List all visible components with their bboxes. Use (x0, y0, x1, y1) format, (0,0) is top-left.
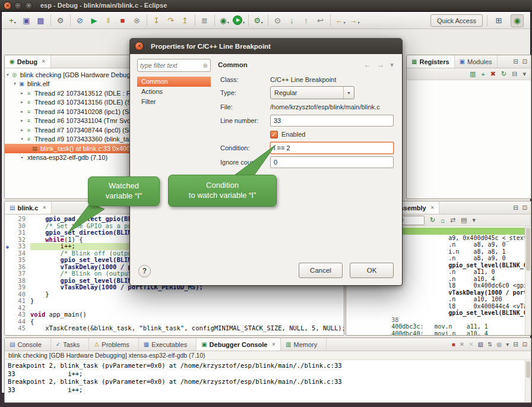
code-line[interactable]: 43 void app_main() (5, 311, 344, 318)
disconnect-icon[interactable]: ⊗ (131, 14, 144, 27)
resume-icon[interactable]: ▶ (88, 14, 101, 27)
editor-ruler[interactable] (5, 270, 12, 277)
debug-tree-item[interactable]: ▾ ◎ blink checking [GDB Hardware Debug (5, 70, 131, 80)
debug-perspective-icon[interactable]: ◉ (511, 14, 524, 27)
window-minimize-icon[interactable]: − (14, 2, 22, 10)
code-line[interactable]: 40 } (5, 291, 344, 298)
tree-twisty-icon[interactable]: ▸ (19, 109, 25, 114)
terminate-icon[interactable]: ■ (116, 14, 129, 27)
editor-ruler[interactable] (5, 305, 12, 312)
disasm-view-menu-icon[interactable]: ▾ (473, 216, 476, 224)
debug-tree-item[interactable]: ▪ xtensa-esp32-elf-gdb (7.10) (5, 153, 131, 163)
restore-register-groups-icon[interactable]: ↻ (501, 70, 506, 78)
tree-twisty-icon[interactable]: ▸ (19, 100, 25, 105)
help-button[interactable]: ? (138, 265, 151, 277)
collapse-all-icon[interactable]: ⊟ (512, 70, 517, 78)
remove-all-launches-icon[interactable]: ✕ (468, 341, 473, 348)
tab-problems[interactable]: ⚠ Problems (89, 338, 138, 351)
tab-disassembly-close-icon[interactable]: ✕ (430, 205, 435, 210)
editor-ruler[interactable] (5, 277, 12, 285)
tab-executables[interactable]: ▦ Executables (139, 338, 197, 351)
search-icon[interactable]: ⊙ (271, 14, 284, 27)
debug-tree-item[interactable]: ▸ ≡ Thread #7 1073408744 (ipc0) (Susp (5, 125, 131, 135)
dialog-nav-actions[interactable]: Actions (137, 87, 211, 97)
terminate-icon[interactable]: ■ (452, 341, 455, 348)
skip-breakpoints-icon[interactable]: ⊘ (74, 14, 87, 27)
save-icon[interactable]: ▣ (20, 14, 33, 27)
window-maximize-icon[interactable]: + (25, 2, 33, 10)
tab-console[interactable]: ▤ Console (5, 338, 51, 351)
ignore-count-input[interactable] (270, 156, 394, 168)
code-line[interactable]: 41 } (5, 298, 344, 305)
back-icon[interactable]: ←▾ (334, 14, 347, 27)
display-selected-console-icon[interactable]: ▾ (506, 341, 509, 348)
step-return-icon[interactable]: ↥ (179, 14, 192, 27)
minimize-view-icon[interactable]: ⊟ (513, 204, 518, 211)
view-menu-icon[interactable]: ▾ (390, 61, 394, 69)
scrollbar-thumb[interactable] (526, 228, 530, 271)
next-annotation-icon[interactable]: ↓ (286, 14, 299, 27)
debug-tree-item[interactable]: ▤ blink_task() at blink.c:33 0x400db (5, 144, 131, 153)
editor-ruler[interactable] (5, 223, 12, 230)
last-edit-icon[interactable]: ↩ (314, 14, 327, 27)
tab-memory[interactable]: ▥ Memory (281, 338, 327, 351)
editor-ruler[interactable] (5, 257, 12, 264)
editor-ruler[interactable] (5, 311, 12, 318)
build-icon[interactable]: ⚙ (54, 14, 67, 27)
dialog-titlebar[interactable]: ✕ Properties for C/C++ Line Breakpoint (129, 38, 403, 54)
debug-tree-item[interactable]: ▸ ≡ Thread #2 1073413512 (IDLE : Runn (5, 89, 131, 98)
editor-ruler[interactable] (5, 318, 12, 326)
editor-ruler[interactable] (5, 243, 12, 250)
console-tab-close-icon[interactable]: ✕ (271, 342, 276, 347)
open-perspective-icon[interactable]: ⊞ (492, 14, 505, 27)
debug-tree-item[interactable]: ▸ ≡ Thread #4 1073410208 (ipc1) (Susp (5, 107, 131, 116)
editor-ruler[interactable] (5, 325, 12, 332)
dialog-nav-filter[interactable]: Filter (137, 97, 211, 107)
pin-console-icon[interactable]: ◎ (496, 341, 502, 348)
quick-access-button[interactable]: Quick Access (430, 14, 483, 27)
tree-twisty-icon[interactable]: ▾ (5, 72, 11, 77)
tab-blink-c[interactable]: ▤ blink.c ✕ (5, 201, 52, 214)
console-output[interactable]: Breakpoint 2, blink_task (pvParameter=0x… (5, 360, 525, 402)
debug-tree-item[interactable]: ▾ ▣ blink.elf (5, 80, 131, 89)
scroll-lock-icon[interactable]: ⇅ (487, 341, 492, 348)
forward-icon[interactable]: → (377, 61, 384, 69)
forward-icon[interactable]: →▾ (348, 14, 361, 27)
minimize-view-icon[interactable]: ⊟ (513, 58, 518, 65)
line-number-input[interactable] (270, 115, 394, 127)
editor-ruler[interactable] (5, 216, 12, 223)
dialog-close-icon[interactable]: ✕ (135, 42, 144, 51)
window-close-icon[interactable]: ✕ (4, 2, 11, 10)
instruction-stepping-icon[interactable]: ≣ (198, 14, 211, 27)
back-icon[interactable]: ← (364, 61, 371, 69)
editor-ruler[interactable] (5, 298, 12, 305)
editor-ruler[interactable] (5, 264, 12, 271)
add-register-group-icon[interactable]: + (481, 71, 484, 78)
maximize-icon[interactable]: ⊡ (522, 341, 527, 348)
debug-tree-item[interactable]: ▸ ≡ Thread #3 1073413156 (IDLE) (Susp (5, 98, 131, 108)
maximize-view-icon[interactable]: ⊡ (522, 204, 527, 211)
code-line[interactable]: 45 xTaskCreate(&blink_task, "blink_task"… (5, 325, 344, 332)
tree-twisty-icon[interactable]: ▸ (19, 118, 25, 123)
debug-icon[interactable]: ◉▾ (218, 14, 231, 27)
disassembly-scrollbar[interactable] (525, 226, 531, 335)
chevron-down-icon[interactable]: ▼ (343, 87, 354, 99)
prev-annotation-icon[interactable]: ↑ (300, 14, 313, 27)
refresh-icon[interactable]: ↻ (430, 216, 435, 224)
editor-ruler[interactable] (5, 284, 12, 291)
home-icon[interactable]: ⌂ (441, 217, 445, 224)
view-menu-icon[interactable]: ▾ (522, 70, 526, 78)
debug-tree-item[interactable]: ▾ ≡ Thread #9 1073433360 (blink_task (5, 135, 131, 144)
save-all-icon[interactable]: ▩ (34, 14, 48, 27)
tree-twisty-icon[interactable]: ▸ (19, 128, 25, 132)
dialog-nav-common[interactable]: Common (137, 77, 211, 87)
suspend-icon[interactable]: ‖ (102, 14, 115, 27)
window-titlebar[interactable]: ✕ − + esp - Debug - blink/main/blink.c -… (0, 0, 532, 11)
editor-ruler[interactable] (5, 291, 12, 298)
filter-clear-icon[interactable]: ⊗ (203, 62, 208, 69)
dialog-filter-input[interactable] (140, 62, 203, 69)
console-scrollbar[interactable] (525, 360, 531, 402)
tab-modules[interactable]: ▣ Modules (455, 55, 498, 68)
tree-twisty-icon[interactable]: ▾ (12, 81, 18, 86)
debug-tree-item[interactable]: ▸ ≡ Thread #6 1073431104 (Tmr Svc) (S (5, 116, 131, 126)
